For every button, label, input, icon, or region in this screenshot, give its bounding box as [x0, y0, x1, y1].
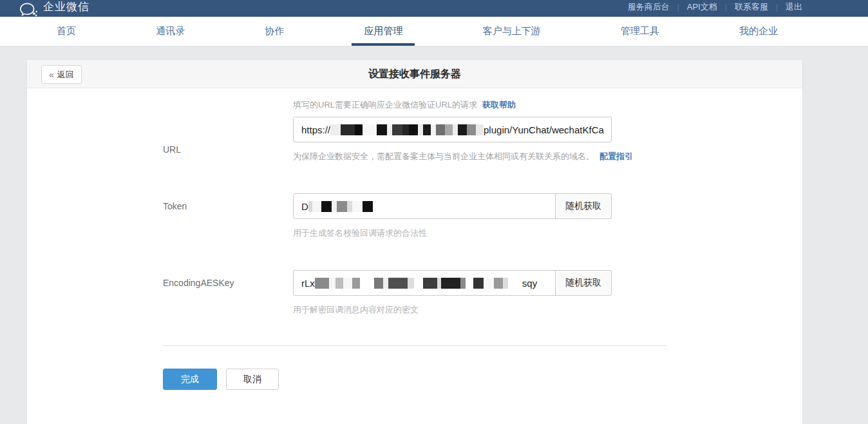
back-chevron-icon: « [49, 70, 54, 80]
tab-app-management[interactable]: 应用管理 [364, 17, 402, 46]
tab-my-company[interactable]: 我的企业 [739, 17, 778, 46]
aeskey-tip-text: 用于解密回调消息内容对应的密文 [293, 305, 419, 314]
config-guide-link[interactable]: 配置指引 [599, 151, 633, 161]
header-separator: | [776, 3, 778, 12]
aeskey-input[interactable]: rLxsqy [293, 270, 556, 296]
header-link-api-docs[interactable]: API文档 [687, 1, 717, 13]
url-value-prefix: https:// [301, 124, 330, 135]
token-label: Token [163, 201, 187, 211]
token-tip-text: 用于生成签名校验回调请求的合法性 [293, 228, 427, 238]
tab-contacts[interactable]: 通讯录 [156, 17, 185, 46]
url-redacted-segment [330, 124, 484, 135]
aeskey-label: EncodingAESKey [163, 278, 234, 288]
token-redacted-segment [308, 201, 379, 212]
submit-button[interactable]: 完成 [163, 369, 217, 390]
aeskey-field-row: EncodingAESKey rLxsqy 随机获取 用于解密回调消息内容对应的… [27, 270, 802, 316]
form-divider [163, 345, 666, 346]
aeskey-input-group: rLxsqy 随机获取 [293, 270, 802, 296]
back-button-label: 返回 [57, 69, 74, 81]
header-link-contact-support[interactable]: 联系客服 [735, 1, 768, 13]
url-tip-above: 填写的URL需要正确响应企业微信验证URL的请求获取帮助 [293, 99, 802, 111]
panel-header: « 返回 设置接收事件服务器 [27, 60, 802, 88]
token-random-button[interactable]: 随机获取 [555, 193, 612, 219]
tab-collaboration[interactable]: 协作 [265, 17, 284, 46]
token-input[interactable]: D [293, 193, 556, 219]
url-tip-below: 为保障企业数据安全，需配置备案主体与当前企业主体相同或有关联关系的域名。配置指引 [293, 150, 802, 162]
wecom-logo-text: 企业微信 [43, 0, 90, 17]
tab-home[interactable]: 首页 [57, 17, 76, 46]
url-input[interactable]: https://plugin/YunChat/wechatKfCa [293, 117, 612, 142]
tab-customers[interactable]: 客户与上下游 [483, 17, 541, 46]
header-links: 服务商后台 | API文档 | 联系客服 | 退出 [628, 1, 802, 13]
aeskey-redacted-segment [315, 278, 522, 289]
main-nav: 首页 通讯录 协作 应用管理 客户与上下游 管理工具 我的企业 [0, 17, 868, 46]
header-link-logout[interactable]: 退出 [786, 1, 802, 13]
header-link-service-console[interactable]: 服务商后台 [628, 1, 670, 13]
token-input-group: D 随机获取 [293, 193, 802, 219]
header-separator: | [725, 3, 727, 12]
token-tip-below: 用于生成签名校验回调请求的合法性 [293, 227, 802, 239]
token-field-row: Token D 随机获取 用于生成签名校验回调请求的合法性 [27, 193, 802, 239]
wecom-brand[interactable]: 企业微信 [19, 0, 90, 17]
token-value-prefix: D [301, 201, 308, 212]
form-actions: 完成 取消 [163, 369, 802, 390]
url-value-suffix: plugin/YunChat/wechatKfCa [484, 124, 604, 135]
url-label: URL [163, 144, 181, 155]
aeskey-value-prefix: rLx [301, 278, 315, 289]
get-help-link[interactable]: 获取帮助 [482, 100, 516, 110]
cancel-button[interactable]: 取消 [226, 369, 279, 390]
back-button[interactable]: « 返回 [41, 65, 82, 84]
page-title: 设置接收事件服务器 [27, 60, 802, 88]
wecom-logo-icon [19, 3, 39, 17]
tab-admin-tools[interactable]: 管理工具 [621, 17, 659, 46]
url-tip-text: 填写的URL需要正确响应企业微信验证URL的请求 [293, 100, 477, 110]
aeskey-random-button[interactable]: 随机获取 [555, 270, 612, 296]
url-security-tip-text: 为保障企业数据安全，需配置备案主体与当前企业主体相同或有关联关系的域名。 [293, 151, 594, 161]
aeskey-tip-below: 用于解密回调消息内容对应的密文 [293, 304, 802, 316]
url-field-row: URL 填写的URL需要正确响应企业微信验证URL的请求获取帮助 https:/… [27, 99, 802, 162]
server-settings-form: URL 填写的URL需要正确响应企业微信验证URL的请求获取帮助 https:/… [27, 88, 802, 390]
top-header-bar: 企业微信 服务商后台 | API文档 | 联系客服 | 退出 [0, 0, 868, 17]
aeskey-value-suffix: sqy [522, 278, 537, 289]
settings-panel: « 返回 设置接收事件服务器 URL 填写的URL需要正确响应企业微信验证URL… [27, 60, 802, 424]
header-separator: | [677, 3, 679, 12]
